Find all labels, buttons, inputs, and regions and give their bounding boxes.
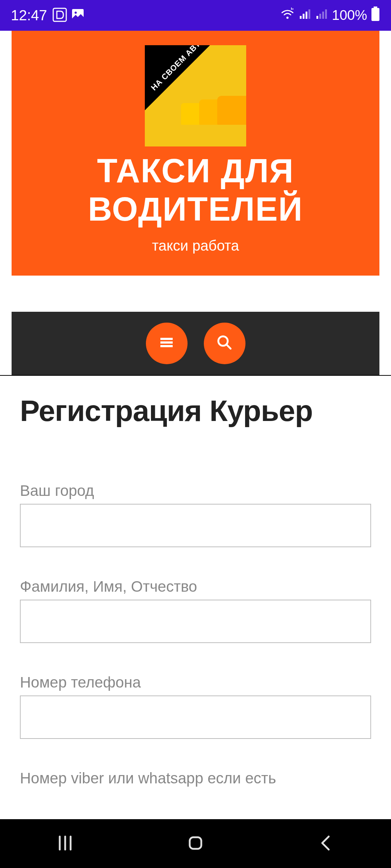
home-button[interactable] <box>185 832 206 855</box>
form-group-fio: Фамилия, Имя, Отчество <box>20 578 371 643</box>
wifi-icon <box>280 6 295 25</box>
status-bar: 12:47 100% <box>0 0 391 31</box>
signal-icon-2 <box>315 7 328 24</box>
input-city[interactable] <box>20 504 371 547</box>
svg-rect-13 <box>371 8 379 21</box>
header-title: ТАКСИ ДЛЯ ВОДИТЕЛЕЙ <box>22 152 369 229</box>
status-icons-left <box>52 8 85 24</box>
svg-rect-8 <box>316 16 318 19</box>
page-title: Регистрация Курьер <box>20 394 371 428</box>
search-icon <box>215 333 234 353</box>
form-group-city: Ваш город <box>20 482 371 547</box>
form-section: Ваш город Фамилия, Имя, Отчество Номер т… <box>20 482 371 787</box>
status-left: 12:47 <box>11 7 85 24</box>
battery-text: 100% <box>332 8 367 23</box>
hamburger-icon <box>157 333 176 353</box>
form-group-phone: Номер телефона <box>20 674 371 739</box>
svg-rect-6 <box>306 12 307 19</box>
gallery-icon <box>71 8 85 24</box>
svg-point-3 <box>286 17 289 19</box>
svg-rect-15 <box>160 341 173 344</box>
label-phone: Номер телефона <box>20 674 371 691</box>
svg-rect-5 <box>303 14 304 19</box>
android-nav-bar <box>0 819 391 868</box>
search-button[interactable] <box>204 323 245 364</box>
svg-rect-11 <box>325 9 327 19</box>
label-fio: Фамилия, Имя, Отчество <box>20 578 371 595</box>
svg-rect-7 <box>308 9 310 19</box>
input-fio[interactable] <box>20 600 371 643</box>
svg-rect-16 <box>160 345 173 347</box>
svg-point-2 <box>75 12 77 14</box>
app-d-icon <box>52 8 67 24</box>
header-banner: НА СВОЕМ АВТО ТАКСИ ДЛЯ ВОДИТЕЛЕЙ такси … <box>12 31 379 276</box>
form-group-messenger: Номер viber или whatsapp если есть <box>20 770 371 787</box>
svg-rect-9 <box>319 14 321 19</box>
battery-icon <box>371 7 380 24</box>
back-button[interactable] <box>315 832 337 855</box>
svg-rect-22 <box>190 837 201 849</box>
label-city: Ваш город <box>20 482 371 499</box>
menu-button[interactable] <box>146 323 188 364</box>
nav-bar <box>12 312 379 375</box>
svg-rect-0 <box>53 8 66 21</box>
signal-icon-1 <box>299 7 312 24</box>
status-time: 12:47 <box>11 7 47 24</box>
svg-rect-12 <box>374 7 377 8</box>
input-phone[interactable] <box>20 695 371 739</box>
svg-line-18 <box>227 345 231 349</box>
logo-image: НА СВОЕМ АВТО <box>145 45 246 146</box>
content-wrapper: НА СВОЕМ АВТО ТАКСИ ДЛЯ ВОДИТЕЛЕЙ такси … <box>0 31 391 375</box>
svg-rect-4 <box>300 16 302 19</box>
main-content: Регистрация Курьер Ваш город Фамилия, Им… <box>0 376 391 787</box>
header-subtitle: такси работа <box>22 238 369 254</box>
svg-rect-10 <box>322 12 324 19</box>
status-right: 100% <box>280 6 380 25</box>
svg-rect-14 <box>160 338 173 340</box>
recent-apps-button[interactable] <box>54 832 76 855</box>
label-messenger: Номер viber или whatsapp если есть <box>20 770 371 787</box>
